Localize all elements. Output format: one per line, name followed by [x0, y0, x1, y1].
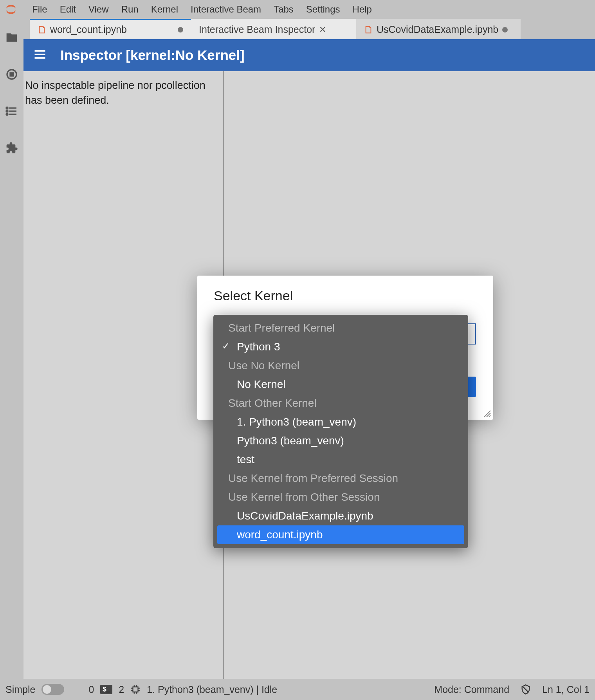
- dd-item-beam-venv-2[interactable]: Python3 (beam_venv): [213, 431, 468, 450]
- dd-item-beam-venv-1[interactable]: 1. Python3 (beam_venv): [213, 413, 468, 431]
- kernel-status[interactable]: 1. Python3 (beam_venv) | Idle: [147, 684, 277, 695]
- tab-inspector[interactable]: Interactive Beam Inspector ✕: [191, 19, 356, 39]
- tab-bar: word_count.ipynb Interactive Beam Inspec…: [23, 19, 595, 39]
- menu-settings[interactable]: Settings: [305, 2, 341, 16]
- dd-item-wordcount[interactable]: word_count.ipynb: [217, 525, 464, 544]
- jupyter-logo-icon: [5, 3, 17, 16]
- toc-icon[interactable]: [5, 104, 19, 118]
- kernel-icon[interactable]: [130, 684, 141, 695]
- close-icon[interactable]: ✕: [319, 25, 326, 35]
- menu-file[interactable]: File: [31, 2, 48, 16]
- svg-rect-11: [133, 687, 138, 692]
- tabs-count: 0: [88, 684, 94, 695]
- menu-help[interactable]: Help: [352, 2, 373, 16]
- svg-point-6: [6, 110, 8, 112]
- dd-header-no-kernel: Use No Kernel: [213, 356, 468, 375]
- menu-run[interactable]: Run: [121, 2, 139, 16]
- svg-rect-1: [10, 73, 13, 76]
- resize-handle-icon[interactable]: [484, 410, 491, 417]
- trust-icon[interactable]: [520, 684, 531, 695]
- tab-word-count[interactable]: word_count.ipynb: [30, 19, 191, 39]
- menu-edit[interactable]: Edit: [59, 2, 77, 16]
- tab-label: word_count.ipynb: [50, 24, 127, 35]
- svg-line-20: [523, 687, 528, 692]
- dirty-dot-icon: [178, 27, 183, 32]
- dd-item-uscovid[interactable]: UsCovidDataExample.ipynb: [213, 507, 468, 525]
- notebook-icon: [38, 25, 46, 34]
- terminal-icon[interactable]: $_: [100, 685, 112, 694]
- tab-uscovid[interactable]: UsCovidDataExample.ipynb: [356, 19, 521, 39]
- folder-icon[interactable]: [5, 31, 19, 45]
- tab-label: UsCovidDataExample.ipynb: [377, 24, 498, 35]
- notebook-icon: [364, 25, 373, 34]
- menubar: File Edit View Run Kernel Interactive Be…: [0, 0, 595, 19]
- simple-label: Simple: [5, 684, 35, 695]
- kernel-dropdown: Start Preferred Kernel Python 3 Use No K…: [213, 315, 468, 548]
- mode-status: Mode: Command: [434, 684, 509, 695]
- cursor-position[interactable]: Ln 1, Col 1: [542, 684, 590, 695]
- extensions-icon[interactable]: [5, 141, 19, 155]
- simple-toggle[interactable]: [41, 684, 64, 695]
- svg-point-5: [6, 107, 8, 109]
- terminals-count: 2: [119, 684, 124, 695]
- dirty-dot-icon: [502, 27, 508, 32]
- inspector-header: Inspector [kernel:No Kernel]: [23, 39, 595, 71]
- hamburger-icon[interactable]: [33, 47, 47, 63]
- menu-interactive-beam[interactable]: Interactive Beam: [190, 2, 262, 16]
- statusbar: Simple 0 $_ 2 1. Python3 (beam_venv) | I…: [0, 679, 595, 700]
- dd-item-no-kernel[interactable]: No Kernel: [213, 375, 468, 394]
- dd-header-other: Start Other Kernel: [213, 394, 468, 413]
- dd-header-pref-session: Use Kernel from Preferred Session: [213, 469, 468, 488]
- activity-bar: [0, 19, 23, 679]
- running-icon[interactable]: [5, 67, 19, 81]
- tab-label: Interactive Beam Inspector: [199, 24, 315, 35]
- inspector-message: No inspectable pipeline nor pcollection …: [23, 71, 223, 679]
- dialog-title: Select Kernel: [214, 288, 477, 303]
- dd-item-test[interactable]: test: [213, 450, 468, 469]
- menu-tabs[interactable]: Tabs: [273, 2, 294, 16]
- menu-view[interactable]: View: [88, 2, 110, 16]
- dd-header-other-session: Use Kernel from Other Session: [213, 488, 468, 507]
- dd-item-python3[interactable]: Python 3: [213, 337, 468, 356]
- menu-kernel[interactable]: Kernel: [150, 2, 179, 16]
- svg-point-7: [6, 114, 8, 115]
- inspector-title: Inspector [kernel:No Kernel]: [60, 47, 245, 63]
- dd-header-preferred: Start Preferred Kernel: [213, 319, 468, 337]
